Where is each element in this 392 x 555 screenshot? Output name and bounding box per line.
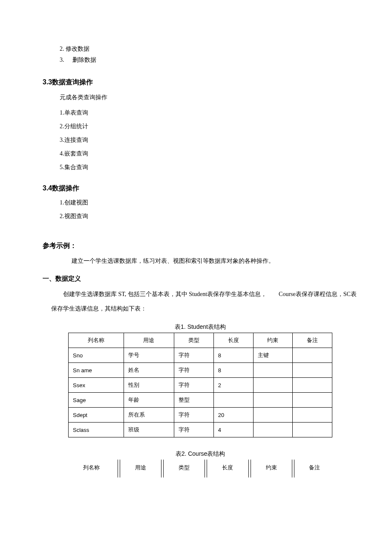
table1-caption: 表1. Student表结构 (43, 323, 358, 331)
col-header: 备注 (294, 460, 335, 477)
cell: 所在系 (124, 408, 174, 423)
table-row: Sage年龄整型 (69, 393, 332, 408)
col-header: 长度 (213, 333, 253, 348)
cell: 年龄 (124, 393, 174, 408)
cell (253, 363, 293, 378)
cell: 班级 (124, 423, 174, 437)
col-header: 用途 (124, 333, 174, 348)
item-number: 2. (60, 213, 64, 219)
datadef-body: 创建学生选课数据库 ST, 包括三个基本表，其中 Student表保存学生基本信… (51, 287, 358, 316)
cell (293, 393, 332, 408)
list-item: 2.视图查询 (60, 213, 358, 220)
cell: 字符 (174, 423, 214, 437)
cell: 20 (213, 408, 253, 423)
cell: 学号 (124, 348, 174, 363)
item-text: 集合查询 (64, 164, 88, 170)
cell: 4 (213, 423, 253, 437)
list-3-4: 1.创建视图 2.视图查询 (60, 199, 358, 220)
table2-wrap: 列名称 用途 类型 长度 约束 备注 (43, 460, 358, 477)
item-number: 2. (60, 123, 64, 129)
cell: 整型 (174, 393, 214, 408)
table-student: 列名称 用途 类型 长度 约束 备注 Sno学号字符8主键 Sn ame姓名字符… (68, 333, 332, 437)
cell (253, 378, 293, 393)
cell: 字符 (174, 363, 214, 378)
item-number: 5. (60, 164, 64, 170)
item-text: 视图查询 (64, 213, 88, 219)
cell (253, 423, 293, 437)
col-header: 类型 (163, 460, 205, 477)
col-header: 约束 (251, 460, 292, 477)
col-header: 备注 (293, 333, 332, 348)
item-text: 连接查询 (64, 137, 88, 143)
item-number: 3. (60, 137, 64, 143)
table1-body: Sno学号字符8主键 Sn ame姓名字符8 Ssex性别字符2 Sage年龄整… (69, 348, 332, 437)
item-text: 嵌套查询 (64, 150, 88, 157)
cell: 8 (213, 348, 253, 363)
table-row: Sdept所在系字符20 (69, 408, 332, 423)
col-header: 类型 (174, 333, 214, 348)
table2-caption: 表2. Course表结构 (43, 450, 358, 458)
item-text: 分组统计 (64, 123, 88, 129)
cell: 主键 (253, 348, 293, 363)
item-number: 1. (60, 199, 64, 206)
cell: 2 (213, 378, 253, 393)
example-intro: 建立一个学生选课数据库，练习对表、视图和索引等数据库对象的各种操作。 (51, 256, 358, 267)
item-text: 单表查询 (64, 109, 88, 116)
col-header: 用途 (120, 460, 161, 477)
table-header-row: 列名称 用途 类型 长度 约束 备注 (69, 333, 332, 348)
pre-list: 2. 修改数据 3. 删除数据 (60, 44, 358, 65)
item-text: 修改数据 (66, 46, 89, 52)
table-course: 列名称 用途 类型 长度 约束 备注 (64, 460, 337, 477)
cell: Sdept (69, 408, 124, 423)
cell (213, 393, 253, 408)
cell: 姓名 (124, 363, 174, 378)
item-text: 创建视图 (64, 199, 88, 206)
list-3-3: 1.单表查询 2.分组统计 3.连接查询 4.嵌套查询 5.集合查询 (60, 109, 358, 171)
cell (293, 423, 332, 437)
cell (293, 408, 332, 423)
cell: Sclass (69, 423, 124, 437)
table-row: Sn ame姓名字符8 (69, 363, 332, 378)
list-item: 1.单表查询 (60, 109, 358, 117)
table-header-row: 列名称 用途 类型 长度 约束 备注 (66, 460, 335, 477)
cell: 8 (213, 363, 253, 378)
cell: 字符 (174, 408, 214, 423)
cell: Ssex (69, 378, 124, 393)
cell (293, 378, 332, 393)
heading-example: 参考示例： (43, 242, 358, 250)
cell: 字符 (174, 378, 214, 393)
list-item: 1.创建视图 (60, 199, 358, 207)
cell: 性别 (124, 378, 174, 393)
col-header: 约束 (253, 333, 293, 348)
cell: 字符 (174, 348, 214, 363)
cell (253, 393, 293, 408)
table-row: Ssex性别字符2 (69, 378, 332, 393)
col-header: 列名称 (66, 460, 118, 477)
list-item: 2.分组统计 (60, 123, 358, 130)
item-number: 1. (60, 109, 64, 116)
list-item: 3. 删除数据 (60, 55, 358, 65)
col-header: 列名称 (69, 333, 124, 348)
item-text: 删除数据 (72, 57, 96, 63)
list-item: 5.集合查询 (60, 164, 358, 171)
item-number: 4. (60, 150, 64, 157)
cell: Sage (69, 393, 124, 408)
list-item: 2. 修改数据 (60, 44, 358, 54)
item-number: 2. (60, 46, 64, 52)
col-header: 长度 (207, 460, 248, 477)
heading-3-4: 3.4数据操作 (43, 184, 358, 193)
item-number: 3. (60, 55, 71, 65)
cell: Sno (69, 348, 124, 363)
table-row: Sclass班级字符4 (69, 423, 332, 437)
cell (253, 408, 293, 423)
table-row: Sno学号字符8主键 (69, 348, 332, 363)
cell (293, 363, 332, 378)
list-item: 3.连接查询 (60, 136, 358, 144)
heading-3-3: 3.3数据查询操作 (43, 78, 358, 87)
heading-datadef: 一、数据定义 (43, 275, 358, 283)
list-item: 4.嵌套查询 (60, 150, 358, 158)
cell: Sn ame (69, 363, 124, 378)
cell (293, 348, 332, 363)
intro-3-3: 元成各类查询操作 (60, 92, 358, 104)
